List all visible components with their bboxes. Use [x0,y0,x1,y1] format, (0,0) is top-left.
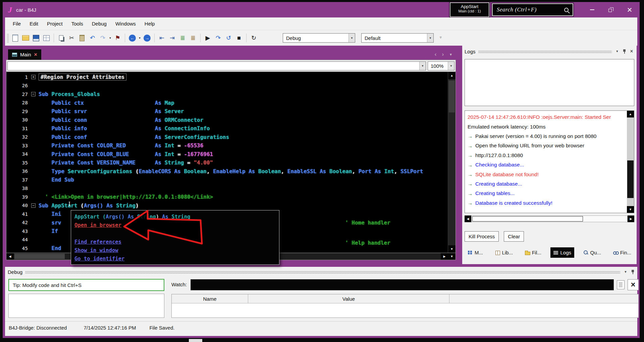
rebuild-icon[interactable]: ↻ [249,33,259,43]
panel-tab-find-references[interactable]: Fin... [610,247,634,258]
log-text: Open the following URL from your web bro… [475,143,584,149]
fold-plus-icon[interactable]: + [28,75,39,79]
fold-minus-icon[interactable]: − [28,203,39,208]
save-icon[interactable] [31,33,41,43]
tooltip-link-show-in-window[interactable]: Show in window [74,247,118,253]
navigate-forward-icon[interactable] [142,33,152,43]
logs-vertical-scrollbar[interactable] [627,111,634,213]
step-over-icon[interactable]: ↷ [213,33,223,43]
stop-icon[interactable]: ■ [234,33,244,43]
scroll-left-icon[interactable] [6,253,14,260]
bookmark-icon[interactable]: ⚑ [113,33,122,43]
undo-icon[interactable]: ↶ [88,33,97,43]
scroll-up-icon[interactable] [448,72,455,79]
paste-icon[interactable] [77,33,87,43]
close-icon[interactable] [629,48,634,54]
scrollbar-thumb[interactable] [472,216,583,222]
line-number: 43 [6,229,28,234]
menu-item-project[interactable]: Project [43,17,67,30]
build-mode-select[interactable]: Debug [283,33,355,43]
pin-icon[interactable] [631,270,635,275]
scrollbar-thumb[interactable] [449,81,455,112]
menu-item-file[interactable]: File [8,17,25,30]
scroll-down-icon[interactable] [627,206,634,213]
tooltip-link-find-references[interactable]: Find references [74,239,121,245]
chevron-down-icon[interactable]: ▼ [614,50,620,53]
panel-tab-modules[interactable]: M... [465,247,486,258]
run-icon[interactable]: ▶ [203,33,213,43]
column-header-name[interactable]: Name [172,294,248,303]
scrollbar-track[interactable] [471,215,628,222]
scroll-down-icon[interactable] [448,245,455,253]
module-sub-navigator[interactable]: AppStart Main (ctd : 1) [450,2,489,17]
outdent-icon[interactable]: ⇤ [157,33,167,43]
column-header-value[interactable]: Value [248,294,449,303]
scrollbar-track[interactable] [448,79,455,245]
scroll-left-icon[interactable] [465,215,471,222]
editor-vertical-scrollbar[interactable] [448,72,455,253]
build-config-value: Default [365,35,381,41]
menu-item-windows[interactable]: Windows [111,17,140,30]
navigate-back-icon[interactable] [127,33,137,43]
scrollbar-thumb[interactable] [14,254,65,259]
watch-input[interactable] [191,279,614,290]
chevron-down-icon[interactable] [419,62,426,70]
step-into-icon[interactable]: ↺ [224,33,233,43]
comment-icon[interactable]: ≣ [178,33,187,43]
toolbar-overflow-icon[interactable] [440,35,442,40]
indent-icon[interactable]: ⇥ [167,33,177,43]
pin-icon[interactable] [623,49,626,54]
watch-clear-button[interactable] [628,279,639,290]
navigate-history-caret-icon[interactable]: ▾ [138,33,142,43]
menu-item-tools[interactable]: Tools [67,17,88,30]
logs-header: Logs ▼ [465,46,634,57]
chevron-down-icon[interactable] [448,62,454,70]
tab-scroll-left-icon[interactable] [435,51,437,58]
fold-minus-icon[interactable]: − [28,92,39,96]
scroll-corner-icon[interactable] [448,253,455,260]
open-project-icon[interactable] [21,33,31,43]
export-icon[interactable] [42,33,51,43]
tab-main[interactable]: Main [8,49,41,60]
chevron-down-icon[interactable]: ▼ [623,270,628,274]
maximize-button[interactable] [601,2,620,17]
panel-tab-files[interactable]: Fil... [522,247,544,258]
panel-tab-quick-search[interactable]: Qu... [580,247,604,258]
cut-icon[interactable]: ✂ [67,33,76,43]
new-project-icon[interactable] [10,33,20,43]
redo-icon[interactable]: ↷ [98,33,108,43]
menu-item-debug[interactable]: Debug [88,17,111,30]
menu-item-edit[interactable]: Edit [25,17,43,30]
log-text: SQLite database not found! [475,172,539,178]
panel-tab-logs[interactable]: Logs [550,247,575,258]
panel-tab-libraries[interactable]: Lib... [492,247,516,258]
tooltip-link-go-to-identifier[interactable]: Go to identifier [74,256,124,262]
tab-list-icon[interactable] [449,53,452,56]
logs-horizontal-scrollbar[interactable] [465,215,634,222]
open-in-browser-link[interactable]: Open in browser [74,222,121,228]
scroll-up-icon[interactable] [627,111,634,117]
copy-icon[interactable] [56,33,66,43]
scrollbar-thumb[interactable] [627,160,634,198]
scrollbar-track[interactable] [627,117,634,206]
member-combobox[interactable] [7,61,426,70]
menu-item-help[interactable]: Help [140,17,159,30]
line-number: 26 [6,83,28,88]
kill-process-button[interactable]: Kill Process [465,231,499,242]
zoom-combobox[interactable]: 100% [428,61,454,70]
tab-close-icon[interactable] [34,52,37,57]
clear-button[interactable]: Clear [504,231,524,242]
search-box[interactable]: Search (Ctrl+F) [492,3,573,16]
chevron-down-icon[interactable] [427,34,433,42]
scroll-right-icon[interactable] [628,215,634,222]
scroll-right-icon[interactable] [441,253,448,260]
close-button[interactable] [620,2,639,17]
chevron-down-icon[interactable] [348,34,355,42]
tab-scroll-right-icon[interactable] [442,51,444,58]
redo-history-caret-icon[interactable]: ▾ [108,33,112,43]
watch-list-button[interactable] [617,280,625,289]
build-config-select[interactable]: Default [361,33,434,43]
toolbar-grip[interactable] [7,34,9,43]
uncomment-icon[interactable]: ≣ [188,33,198,43]
minimize-button[interactable] [583,2,601,17]
